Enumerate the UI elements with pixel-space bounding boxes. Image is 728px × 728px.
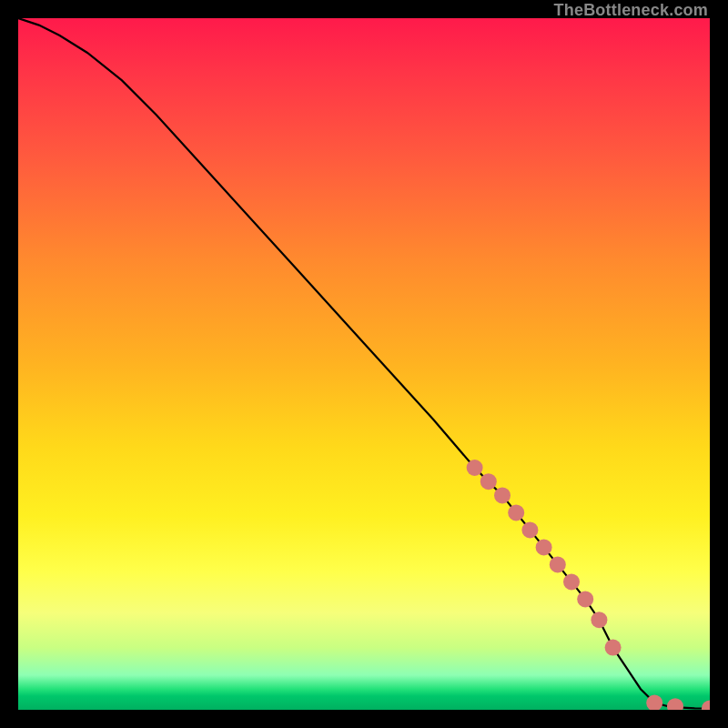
marker-group [467,460,710,710]
data-marker [702,700,710,710]
data-marker [536,539,552,555]
data-marker [667,698,683,710]
data-marker [563,573,580,590]
data-marker [467,460,483,476]
data-marker [480,473,497,490]
data-marker [605,640,622,656]
data-marker [577,591,593,607]
data-marker [591,612,607,628]
data-marker [521,521,538,538]
attribution-text: TheBottleneck.com [554,1,708,20]
data-marker [550,556,566,572]
data-marker [494,487,511,503]
plot-area [18,18,710,710]
curve-line [18,18,710,708]
chart-svg [18,18,710,710]
chart-frame: TheBottleneck.com [0,0,728,728]
data-marker [508,504,524,521]
